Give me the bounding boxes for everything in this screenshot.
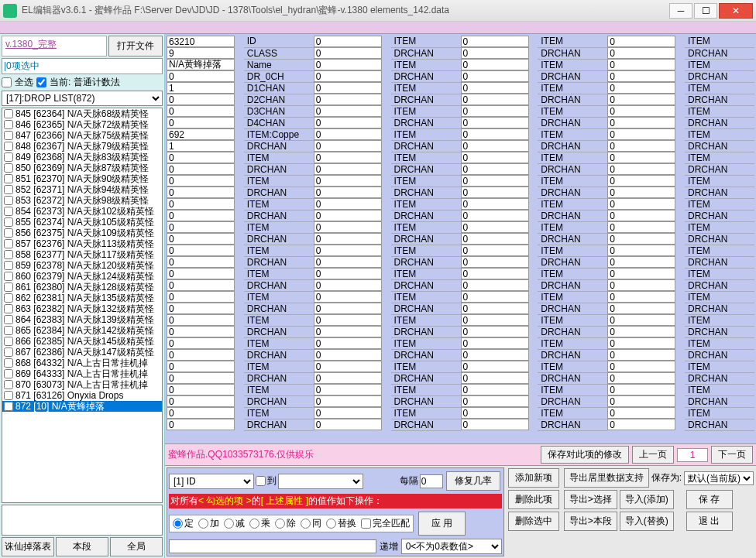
export-support-button[interactable]: 导出居里数据支持 — [564, 468, 649, 488]
grid-value-input[interactable] — [167, 175, 235, 187]
grid-value-input[interactable] — [167, 361, 235, 372]
list-item-checkbox[interactable] — [4, 391, 13, 400]
grid-value-input[interactable] — [314, 163, 382, 175]
grid-value-input[interactable] — [314, 47, 382, 59]
grid-value-input[interactable] — [167, 36, 235, 47]
grid-value-input[interactable] — [167, 303, 235, 314]
grid-value-input[interactable] — [167, 256, 235, 268]
grid-value-input[interactable] — [167, 117, 235, 128]
every-input[interactable] — [420, 474, 443, 488]
grid-value-input[interactable] — [314, 36, 382, 47]
grid-value-input[interactable] — [314, 140, 382, 152]
grid-value-input[interactable] — [607, 361, 675, 372]
list-item-checkbox[interactable] — [4, 174, 13, 183]
grid-value-input[interactable] — [607, 36, 675, 47]
section-button[interactable]: 本段 — [56, 537, 108, 556]
list-item-checkbox[interactable] — [4, 282, 13, 292]
grid-value-input[interactable] — [461, 303, 529, 314]
grid-value-input[interactable] — [314, 279, 382, 291]
grid-value-input[interactable] — [167, 279, 235, 291]
grid-value-input[interactable] — [461, 326, 529, 337]
radio-replace[interactable] — [326, 519, 336, 529]
delete-item-button[interactable]: 删除此项 — [508, 490, 559, 509]
grid-value-input[interactable] — [461, 372, 529, 384]
grid-value-input[interactable] — [607, 210, 675, 221]
grid-value-input[interactable] — [461, 291, 529, 303]
list-item-checkbox[interactable] — [4, 196, 13, 205]
value-input[interactable] — [169, 539, 376, 553]
add-item-button[interactable]: 添加新项 — [508, 468, 559, 488]
grid-value-input[interactable] — [461, 314, 529, 326]
grid-value-input[interactable] — [314, 94, 382, 105]
grid-value-input[interactable] — [461, 419, 529, 430]
list-item-checkbox[interactable] — [4, 131, 13, 140]
grid-value-input[interactable] — [167, 419, 235, 430]
grid-value-input[interactable] — [167, 187, 235, 198]
radio-mul[interactable] — [249, 519, 259, 529]
to-checkbox[interactable] — [256, 476, 266, 486]
grid-value-input[interactable] — [461, 407, 529, 419]
prev-page-button[interactable]: 上一页 — [632, 446, 674, 464]
grid-value-input[interactable] — [167, 395, 235, 407]
grid-value-input[interactable] — [607, 70, 675, 82]
grid-value-input[interactable] — [461, 94, 529, 105]
grid-value-input[interactable] — [461, 187, 529, 198]
list-item-checkbox[interactable] — [4, 304, 13, 313]
grid-value-input[interactable] — [167, 152, 235, 163]
radio-div[interactable] — [275, 519, 285, 529]
radio-same[interactable] — [301, 519, 311, 529]
grid-value-input[interactable] — [607, 245, 675, 256]
grid-value-input[interactable] — [607, 198, 675, 210]
grid-value-input[interactable] — [314, 152, 382, 163]
grid-value-input[interactable] — [167, 337, 235, 349]
grid-value-input[interactable] — [461, 117, 529, 128]
page-number[interactable]: 1 — [677, 448, 708, 462]
grid-value-input[interactable] — [314, 337, 382, 349]
grid-value-input[interactable] — [167, 221, 235, 233]
grid-value-input[interactable] — [461, 59, 529, 70]
grid-value-input[interactable] — [314, 70, 382, 82]
grid-value-input[interactable] — [461, 36, 529, 47]
fix-rate-button[interactable]: 修复几率 — [446, 471, 500, 491]
grid-value-input[interactable] — [167, 268, 235, 279]
grid-value-input[interactable] — [314, 384, 382, 395]
search-box[interactable] — [2, 505, 163, 536]
grid-value-input[interactable] — [607, 303, 675, 314]
grid-value-input[interactable] — [461, 384, 529, 395]
field-select[interactable]: [1] ID — [169, 474, 254, 489]
grid-value-input[interactable] — [314, 256, 382, 268]
drop-table-button[interactable]: 诛仙掉落表 — [2, 537, 54, 556]
grid-value-input[interactable] — [167, 47, 235, 59]
grid-value-input[interactable] — [461, 395, 529, 407]
list-item[interactable]: 872 [10] N/A黄蜂掉落 — [2, 401, 162, 412]
full-match-checkbox[interactable] — [361, 519, 371, 529]
grid-value-input[interactable] — [314, 372, 382, 384]
list-item-checkbox[interactable] — [4, 358, 13, 368]
grid-value-input[interactable] — [167, 94, 235, 105]
grid-value-input[interactable] — [461, 70, 529, 82]
grid-value-input[interactable] — [314, 326, 382, 337]
export-select-button[interactable]: 导出>选择 — [564, 490, 617, 509]
grid-value-input[interactable] — [607, 372, 675, 384]
import-add-button[interactable]: 导入(添加) — [620, 490, 674, 509]
grid-value-input[interactable] — [607, 128, 675, 140]
grid-value-input[interactable] — [167, 291, 235, 303]
list-item-checkbox[interactable] — [4, 228, 13, 238]
grid-value-input[interactable] — [167, 326, 235, 337]
list-item-checkbox[interactable] — [4, 163, 13, 173]
list-item-checkbox[interactable] — [4, 109, 13, 118]
global-button[interactable]: 全局 — [110, 537, 163, 556]
grid-value-input[interactable] — [461, 47, 529, 59]
select-all-checkbox[interactable] — [2, 77, 12, 87]
grid-value-input[interactable] — [314, 221, 382, 233]
grid-value-input[interactable] — [607, 291, 675, 303]
grid-value-input[interactable] — [607, 337, 675, 349]
list-item-checkbox[interactable] — [4, 326, 13, 335]
grid-value-input[interactable] — [314, 268, 382, 279]
list-item-checkbox[interactable] — [4, 250, 13, 259]
grid-value-input[interactable] — [607, 94, 675, 105]
list-item-checkbox[interactable] — [4, 315, 13, 324]
grid-value-input[interactable] — [314, 314, 382, 326]
grid-value-input[interactable] — [314, 59, 382, 70]
grid-value-input[interactable] — [167, 105, 235, 117]
